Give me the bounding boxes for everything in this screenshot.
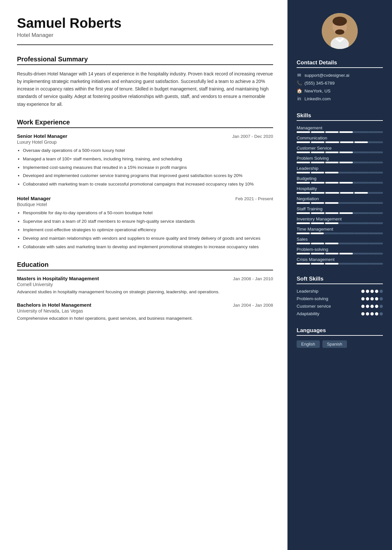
skills-list: ManagementCommunicationCustomer ServiceP… [297, 125, 383, 265]
skill-name: Inventory Management [297, 217, 383, 221]
skill-bar-segment [311, 243, 324, 244]
skill-item: Time Management [297, 227, 383, 234]
job-company: Luxury Hotel Group [17, 139, 273, 145]
skill-bar-segment [325, 212, 339, 214]
job-bullets: Oversaw daily operations of a 500-room l… [23, 147, 273, 188]
list-item: Managed a team of 100+ staff members, in… [23, 156, 273, 163]
skill-dot [380, 290, 383, 293]
skill-name: Communication [297, 136, 383, 140]
skill-bar-segment [311, 131, 324, 133]
skill-bar-segment [297, 212, 310, 214]
skill-item: Problem-solving [297, 247, 383, 254]
contact-icon: 📞 [297, 80, 302, 86]
soft-skill-name: Adaptability [297, 311, 319, 316]
contact-item: 📞(555) 345-6789 [297, 80, 383, 86]
contact-text: NewYork, US [304, 89, 331, 93]
skill-bar-segment [339, 212, 353, 214]
contact-heading: Contact Details [297, 59, 383, 68]
skill-bar-segment [325, 131, 339, 133]
edu-desc: Advanced studies in hospitality manageme… [17, 289, 273, 296]
education-list: Masters in Hospitality ManagementJan 200… [17, 276, 273, 322]
skill-name: Budgeting [297, 176, 383, 181]
skill-bar-segment [354, 253, 368, 254]
skill-bar-segment [369, 152, 383, 153]
contact-text: support@cvdesigner.ai [304, 73, 350, 78]
skill-bar [297, 253, 383, 254]
skill-dot [370, 312, 374, 315]
skill-dot [380, 312, 383, 315]
skill-bar-segment [311, 192, 324, 194]
skill-bar-segment [339, 131, 353, 133]
soft-skill-item: Adaptability [297, 311, 383, 316]
contact-text: LinkedIn.com [304, 96, 331, 101]
skill-bar-segment [325, 243, 338, 244]
skill-bar [297, 233, 383, 234]
edu-dates: Jan 2008 - Jan 2010 [233, 276, 273, 281]
skill-name: Customer Service [297, 146, 383, 151]
list-item: Oversaw daily operations of a 500-room l… [23, 147, 273, 154]
skill-bar-segment [354, 152, 368, 153]
contact-icon: ✉ [297, 73, 302, 78]
skill-dot [375, 312, 378, 315]
contact-list: ✉support@cvdesigner.ai📞(555) 345-6789🏠Ne… [297, 73, 383, 101]
soft-skills-section: Soft Skills LeadershipProblem-solvingCus… [297, 276, 383, 319]
skill-bar [297, 131, 383, 133]
languages-section: Languages EnglishSpanish [297, 327, 383, 348]
skill-bar-segment [354, 141, 368, 143]
skill-dot [375, 305, 378, 308]
contact-icon: 🏠 [297, 88, 302, 93]
skill-bar-segment [354, 222, 368, 224]
skill-dot [361, 312, 365, 315]
skill-item: Inventory Management [297, 217, 383, 224]
skill-bar-segment [339, 202, 353, 204]
skill-bar-segment [325, 233, 338, 234]
skill-item: Budgeting [297, 176, 383, 184]
skill-item: Problem Solving [297, 156, 383, 163]
language-tag: English [297, 340, 320, 348]
skill-bar-segment [339, 172, 353, 173]
skill-dot [380, 297, 383, 300]
contact-text: (555) 345-6789 [304, 81, 335, 86]
skill-bar-segment [369, 233, 383, 234]
job-dates: Jan 2007 - Dec 2020 [232, 134, 273, 139]
jobs-list: Senior Hotel ManagerJan 2007 - Dec 2020L… [17, 133, 273, 251]
skill-bar-segment [339, 162, 353, 163]
summary-heading: Professional Summary [17, 56, 273, 65]
skill-bar-segment [297, 233, 310, 234]
skill-dots [361, 297, 383, 300]
skill-bar [297, 182, 383, 184]
skill-bar-segment [325, 263, 338, 265]
job-dates: Feb 2021 - Present [235, 196, 273, 201]
right-column: Contact Details ✉support@cvdesigner.ai📞(… [287, 0, 392, 550]
skill-bar-segment [325, 182, 339, 184]
edu-school: Cornell University [17, 282, 273, 287]
skill-item: Negotiation [297, 196, 383, 204]
skill-item: Staff Training [297, 206, 383, 214]
skill-bar-segment [311, 182, 324, 184]
skill-bar-segment [354, 263, 368, 265]
soft-skill-name: Problem-solving [297, 296, 328, 301]
work-experience-heading: Work Experience [17, 119, 273, 128]
skill-item: Leadership [297, 166, 383, 173]
skill-bar-segment [369, 222, 383, 224]
skill-bar-segment [354, 192, 368, 194]
skill-bar-segment [311, 253, 324, 254]
job-title: Hotel Manager [17, 196, 51, 201]
list-item: Collaborated with marketing team to crea… [23, 181, 273, 188]
soft-skill-item: Customer service [297, 304, 383, 309]
skill-dot [361, 305, 365, 308]
list-item: Responsible for day-to-day operations of… [23, 210, 273, 217]
skill-dot [370, 305, 374, 308]
skill-dot [361, 290, 365, 293]
edu-degree: Masters in Hospitality Management [17, 276, 99, 281]
skills-heading: Skills [297, 112, 383, 121]
skill-bar-segment [325, 192, 339, 194]
list-item: Implement cost-effective strategies to o… [23, 227, 273, 234]
contact-item: ✉support@cvdesigner.ai [297, 73, 383, 78]
skill-dot [380, 305, 383, 308]
skill-dot [370, 297, 374, 300]
skill-item: Customer Service [297, 146, 383, 153]
skill-bar-segment [311, 212, 324, 214]
skill-name: Time Management [297, 227, 383, 232]
skill-bar-segment [311, 141, 324, 143]
